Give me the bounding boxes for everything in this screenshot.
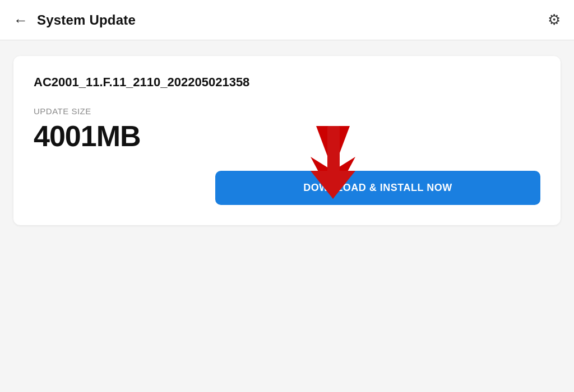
download-install-button[interactable]: DOWNLOAD & INSTALL NOW	[215, 171, 540, 205]
settings-icon[interactable]: ⚙	[548, 11, 561, 29]
update-card: AC2001_11.F.11_2110_202205021358 UPDATE …	[13, 56, 561, 225]
update-size-label: UPDATE SIZE	[34, 106, 540, 116]
content-area: AC2001_11.F.11_2110_202205021358 UPDATE …	[0, 40, 574, 392]
header-left: ← System Update	[13, 12, 136, 28]
bottom-section: DOWNLOAD & INSTALL NOW	[34, 171, 540, 205]
header: ← System Update ⚙	[0, 0, 574, 40]
screen: ← System Update ⚙ AC2001_11.F.11_2110_20…	[0, 0, 574, 392]
back-button[interactable]: ←	[13, 13, 28, 27]
update-size-value: 4001MB	[34, 119, 540, 153]
update-version: AC2001_11.F.11_2110_202205021358	[34, 74, 540, 91]
page-title: System Update	[37, 12, 136, 28]
